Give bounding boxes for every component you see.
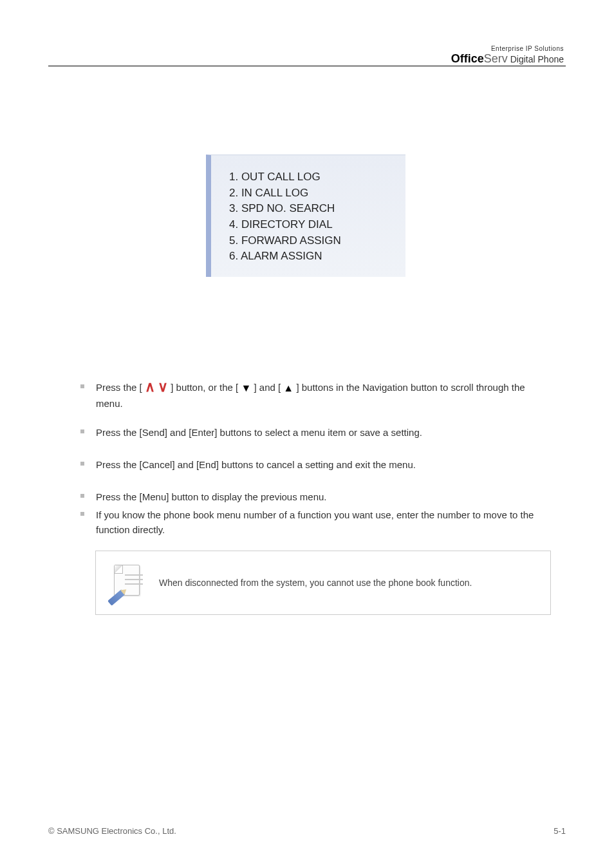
brand-tagline: Enterprise IP Solutions: [451, 45, 564, 52]
instruction-3: Press the [Cancel] and [End] buttons to …: [80, 457, 544, 485]
text-fragment: ] and [: [254, 382, 281, 393]
menu-item-3: 3. SPD NO. SEARCH: [229, 201, 393, 217]
note-box: When disconnected from the system, you c…: [95, 551, 551, 615]
bullet-icon: [80, 512, 84, 516]
brand-name-light: Serv: [484, 52, 508, 65]
instruction-5: If you know the phone book menu number o…: [80, 507, 544, 551]
red-down-arrow-icon: ∨: [158, 380, 168, 394]
footer-copyright: © SAMSUNG Electronics Co., Ltd.: [48, 826, 176, 836]
up-triangle-icon: ▲: [283, 381, 293, 397]
instruction-3-text: Press the [Cancel] and [End] buttons to …: [96, 457, 416, 472]
page-footer: © SAMSUNG Electronics Co., Ltd. 5-1: [48, 826, 566, 836]
instruction-1: Press the [ ∧ ∨ ] button, or the [ ▼ ] a…: [80, 380, 544, 424]
menu-item-6: 6. ALARM ASSIGN: [229, 249, 393, 265]
bullet-icon: [80, 494, 84, 498]
menu-item-1: 1. OUT CALL LOG: [229, 169, 393, 185]
brand-logo: Enterprise IP Solutions OfficeServ Digit…: [451, 45, 564, 66]
brand-name: OfficeServ Digital Phone: [451, 52, 564, 66]
menu-item-4: 4. DIRECTORY DIAL: [229, 217, 393, 233]
note-text: When disconnected from the system, you c…: [159, 576, 472, 590]
instruction-2: Press the [Send] and [Enter] buttons to …: [80, 425, 544, 453]
instruction-5-text: If you know the phone book menu number o…: [96, 507, 544, 538]
instruction-4-text: Press the [Menu] button to display the p…: [96, 489, 327, 504]
text-fragment: ] button, or the [: [171, 382, 238, 393]
instruction-1-text: Press the [ ∧ ∨ ] button, or the [ ▼ ] a…: [96, 380, 544, 411]
instruction-2-text: Press the [Send] and [Enter] buttons to …: [96, 425, 422, 440]
note-pencil-icon: [107, 563, 146, 602]
down-triangle-icon: ▼: [241, 381, 251, 397]
text-fragment: Press the [: [96, 382, 142, 393]
phone-menu-display: 1. OUT CALL LOG 2. IN CALL LOG 3. SPD NO…: [206, 155, 405, 277]
menu-item-5: 5. FORWARD ASSIGN: [229, 233, 393, 249]
bullet-icon: [80, 462, 84, 466]
brand-name-sub: Digital Phone: [508, 54, 564, 64]
brand-name-bold: Office: [451, 52, 484, 65]
menu-item-2: 2. IN CALL LOG: [229, 185, 393, 202]
red-up-arrow-icon: ∧: [145, 380, 155, 394]
bullet-icon: [80, 429, 84, 433]
bullet-icon: [80, 384, 84, 388]
footer-page-number: 5-1: [554, 826, 566, 836]
header-divider: [48, 66, 566, 66]
